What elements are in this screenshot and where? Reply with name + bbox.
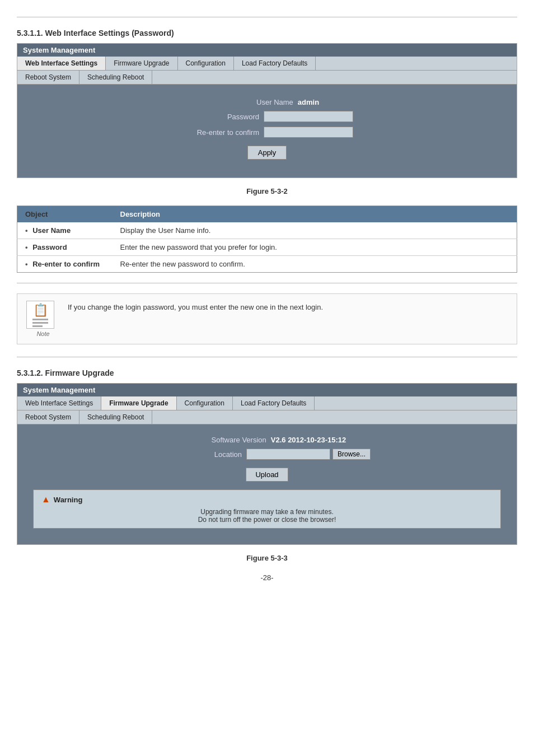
password-input[interactable] [264, 111, 353, 122]
description-table: Object Description • User Name Display t… [17, 206, 517, 273]
warning-triangle-icon: ▲ [41, 494, 50, 505]
location-label: Location [163, 450, 242, 459]
tab-load-factory-defaults-1[interactable]: Load Factory Defaults [234, 57, 316, 70]
tab-row-2: Web Interface Settings Firmware Upgrade … [17, 396, 517, 410]
tab-row-1b: Reboot System Scheduling Reboot [17, 71, 517, 85]
warning-box: ▲ Warning Upgrading firmware may take a … [33, 489, 501, 529]
table-col-object: Object [17, 206, 113, 223]
tab-load-factory-defaults-2[interactable]: Load Factory Defaults [233, 396, 315, 410]
upload-button[interactable]: Upload [246, 468, 288, 482]
warning-line1: Upgrading firmware may take a few minute… [41, 508, 493, 516]
bullet-icon: • [25, 226, 28, 235]
section1-title: 5.3.1.1. Web Interface Settings (Passwor… [17, 29, 517, 38]
row1-description: Display the User Name info. [113, 222, 517, 239]
note-text: If you change the login password, you mu… [68, 301, 323, 311]
system-management-panel-2: System Management Web Interface Settings… [17, 383, 517, 545]
row3-object: • Re-enter to confirm [17, 256, 113, 273]
note-label: Note [26, 330, 60, 337]
tab-firmware-upgrade-2[interactable]: Firmware Upgrade [101, 396, 176, 410]
reenter-input[interactable] [264, 127, 353, 138]
browse-button[interactable]: Browse... [332, 449, 371, 460]
upload-row: Upload [29, 464, 505, 482]
system-management-panel-1: System Management Web Interface Settings… [17, 43, 517, 178]
table-row: • User Name Display the User Name info. [17, 222, 517, 239]
section1-heading: 5.3.1.1. Web Interface Settings (Passwor… [17, 17, 517, 38]
tab-scheduling-reboot-2[interactable]: Scheduling Reboot [79, 410, 152, 424]
panel2-title: System Management [17, 384, 517, 396]
username-value: admin [298, 98, 319, 106]
note-icon: 📋 [26, 301, 54, 329]
password-row: Password [181, 111, 353, 122]
table-row: • Password Enter the new password that y… [17, 239, 517, 256]
reenter-label: Re-enter to confirm [181, 128, 259, 137]
sw-version-row: Software Version V2.6 2012-10-23-15:12 [29, 436, 505, 444]
tab-row-2b: Reboot System Scheduling Reboot [17, 410, 517, 424]
panel1-title: System Management [17, 44, 517, 57]
row2-description: Enter the new password that you prefer f… [113, 239, 517, 256]
username-label: User Name [215, 98, 293, 106]
username-row: User Name admin [181, 98, 353, 106]
note-icon-wrap: 📋 Note [26, 301, 60, 337]
panel1-body: User Name admin Password Re-enter to con… [17, 85, 517, 178]
tab-configuration-2[interactable]: Configuration [177, 396, 233, 410]
figure-caption-2: Figure 5-3-3 [17, 554, 517, 562]
tab-row-1: Web Interface Settings Firmware Upgrade … [17, 57, 517, 71]
row2-object: • Password [17, 239, 113, 256]
tab-web-interface-settings-2[interactable]: Web Interface Settings [17, 396, 101, 410]
sw-version-value: V2.6 2012-10-23-15:12 [271, 436, 346, 444]
location-input[interactable] [246, 449, 330, 460]
table-col-description: Description [113, 206, 517, 223]
reenter-row: Re-enter to confirm [181, 127, 353, 138]
tab-firmware-upgrade-1[interactable]: Firmware Upgrade [106, 57, 177, 70]
apply-button[interactable]: Apply [247, 146, 287, 160]
web-settings-form: User Name admin Password Re-enter to con… [181, 98, 353, 164]
figure-caption-1: Figure 5-3-2 [17, 187, 517, 195]
sw-version-label: Software Version [188, 436, 266, 444]
tab-reboot-system-2[interactable]: Reboot System [17, 410, 79, 424]
tab-reboot-system-1[interactable]: Reboot System [17, 71, 79, 84]
row1-object: • User Name [17, 222, 113, 239]
warning-line2: Do not turn off the power or close the b… [41, 516, 493, 524]
location-row: Location Browse... [29, 449, 505, 460]
password-label: Password [181, 113, 259, 121]
apply-row: Apply [181, 142, 353, 160]
warning-title: Warning [54, 496, 83, 504]
firmware-panel-body: Software Version V2.6 2012-10-23-15:12 L… [17, 424, 517, 544]
page-number: -28- [17, 573, 517, 582]
warning-title-row: ▲ Warning [41, 494, 493, 505]
note-box: 📋 Note If you change the login password,… [17, 293, 517, 344]
section2-title: 5.3.1.2. Firmware Upgrade [17, 368, 517, 377]
row3-description: Re-enter the new password to confirm. [113, 256, 517, 273]
bullet-icon: • [25, 243, 28, 251]
tab-scheduling-reboot-1[interactable]: Scheduling Reboot [79, 71, 152, 84]
tab-web-interface-settings-1[interactable]: Web Interface Settings [17, 57, 106, 70]
tab-configuration-1[interactable]: Configuration [178, 57, 234, 70]
table-row: • Re-enter to confirm Re-enter the new p… [17, 256, 517, 273]
bullet-icon: • [25, 260, 28, 268]
